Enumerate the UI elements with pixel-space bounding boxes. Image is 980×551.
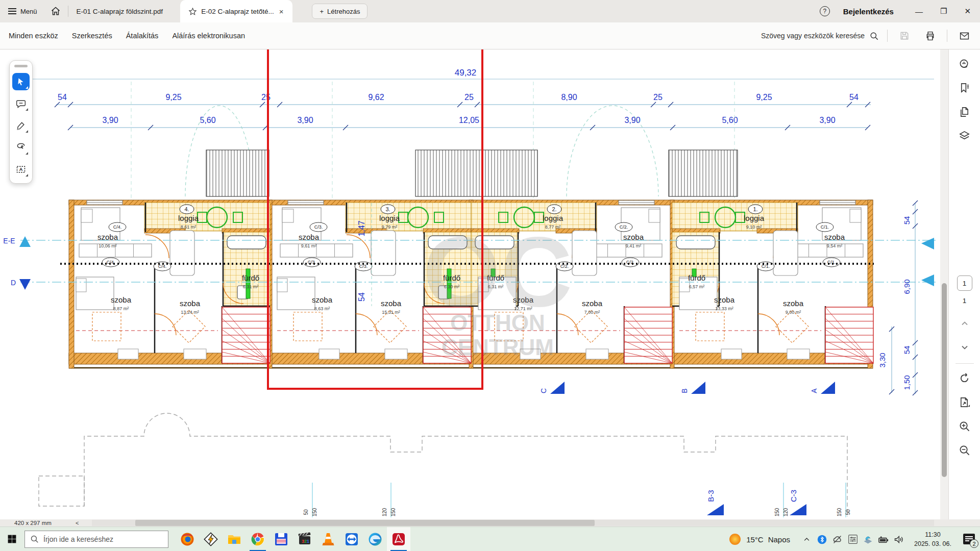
svg-text:54: 54 [902, 346, 911, 355]
taskbar-teamviewer-icon[interactable] [340, 527, 363, 551]
svg-text:49,32: 49,32 [455, 68, 477, 78]
drag-handle[interactable] [14, 65, 28, 67]
weather-widget[interactable]: 15°C Napos [721, 533, 797, 546]
svg-text:120: 120 [783, 508, 789, 516]
svg-text:B-3: B-3 [706, 490, 715, 502]
svg-text:3,90: 3,90 [297, 116, 313, 124]
horizontal-scrollbar-thumb[interactable] [135, 520, 595, 526]
close-button[interactable]: ✕ [964, 7, 971, 16]
svg-text:8,90: 8,90 [561, 93, 577, 102]
svg-text:9,25: 9,25 [756, 93, 772, 102]
vertical-scrollbar[interactable] [940, 49, 948, 519]
svg-text:A: A [810, 388, 818, 393]
draw-tool[interactable] [12, 117, 30, 134]
floorplan-drawing: 49,32549,25259,62258,90259,25543,905,603… [0, 49, 940, 519]
settings-sliders-icon[interactable] [846, 527, 859, 551]
next-page-button[interactable] [955, 338, 974, 357]
svg-text:25: 25 [464, 93, 474, 102]
search-tools[interactable]: Szöveg vagy eszközök keresése [761, 31, 879, 41]
tab-e01-foldszint[interactable]: E-01 C-alaprajz földszint.pdf [68, 0, 172, 22]
zoom-out-button[interactable] [955, 440, 974, 460]
taskbar-search-input[interactable]: Írjon ide a kereséshez [24, 531, 168, 548]
export-page-icon [959, 396, 970, 408]
print-button[interactable] [921, 27, 939, 44]
svg-text:D: D [11, 279, 16, 287]
sign-in-button[interactable]: Bejelentkezés [843, 7, 894, 16]
lasso-icon [16, 142, 26, 153]
taskbar-vlc-icon[interactable] [316, 527, 340, 551]
svg-text:9,10 m²: 9,10 m² [746, 224, 762, 230]
comment-tool[interactable] [12, 95, 30, 112]
save-icon [899, 31, 910, 41]
svg-text:150: 150 [390, 508, 396, 516]
bluetooth-icon[interactable] [816, 527, 828, 551]
select-tool[interactable] [12, 73, 30, 90]
taskbar-explorer-icon[interactable] [223, 527, 246, 551]
taskbar-edge-icon[interactable] [363, 527, 387, 551]
menu-alairas[interactable]: Aláírás elektronikusan [172, 32, 245, 40]
svg-text:C/1.: C/1. [821, 224, 829, 230]
svg-text:54: 54 [58, 93, 67, 102]
collapse-arrow[interactable]: < [76, 519, 79, 527]
volume-icon[interactable] [892, 527, 905, 551]
menu-minden-eszkoz[interactable]: Minden eszköz [9, 32, 58, 40]
layers-panel-button[interactable] [955, 126, 974, 145]
zoom-in-button[interactable] [955, 416, 974, 436]
save-button[interactable] [896, 27, 913, 44]
battery-icon[interactable] [877, 527, 890, 551]
previous-page-button[interactable] [955, 314, 974, 333]
horizontal-scrollbar[interactable] [92, 520, 934, 526]
svg-text:3.: 3. [385, 206, 390, 212]
taskbar-mpc-icon[interactable]: 321 [293, 527, 316, 551]
home-button[interactable] [43, 0, 68, 22]
export-page-button[interactable] [955, 392, 974, 412]
taskbar-winamp-icon[interactable] [199, 527, 223, 551]
menu-atalakitas[interactable]: Átalakítás [126, 32, 159, 40]
taskbar-firefox-icon[interactable] [176, 527, 199, 551]
restore-button[interactable]: ❐ [940, 7, 947, 16]
svg-text:9,54 m²: 9,54 m² [827, 243, 843, 248]
svg-text:150: 150 [837, 508, 842, 516]
clock-date: 2025. 03. 06. [914, 539, 951, 548]
taskbar-acrobat-icon[interactable] [387, 527, 410, 551]
app-menu-button[interactable]: Menü [0, 0, 43, 22]
home-icon [51, 6, 61, 16]
menu-szerkesztes[interactable]: Szerkesztés [72, 32, 112, 40]
tab-label: E-02 C-alaprajz tetőté... [201, 8, 274, 15]
page-number-input[interactable]: 1 [957, 276, 972, 291]
tab-e02-tetoter[interactable]: E-02 C-alaprajz tetőté... × [180, 0, 292, 22]
rotate-page-button[interactable] [955, 368, 974, 388]
scanner-utility-icon[interactable] [862, 527, 874, 551]
tab-close-icon[interactable]: × [278, 7, 285, 16]
divider [887, 30, 888, 42]
page-thumbnails-button[interactable] [955, 102, 974, 121]
taskbar-chrome-icon[interactable] [246, 527, 270, 551]
svg-text:150: 150 [774, 508, 780, 516]
svg-text:E-E: E-E [3, 237, 15, 245]
rotate-icon [959, 372, 970, 384]
star-icon[interactable] [188, 7, 197, 16]
document-canvas[interactable]: 49,32549,25259,62258,90259,25543,905,603… [0, 49, 940, 519]
vertical-scrollbar-thumb[interactable] [942, 283, 947, 477]
text-box-tool[interactable]: A [12, 161, 30, 178]
tray-expand-chevron-icon[interactable] [800, 527, 813, 551]
svg-text:loggia: loggia [744, 214, 765, 222]
create-button[interactable]: + Létrehozás [312, 4, 368, 19]
help-button[interactable]: ? [820, 6, 830, 16]
right-panel-rail: 1 1 [948, 49, 980, 519]
toolbar: Minden eszköz Szerkesztés Átalakítás Alá… [0, 22, 980, 49]
minimize-button[interactable]: — [915, 7, 923, 16]
taskbar-totalcommander-icon[interactable] [270, 527, 293, 551]
lasso-tool[interactable] [12, 139, 30, 156]
onedrive-offline-icon[interactable] [831, 527, 844, 551]
bookmarks-panel-button[interactable] [955, 78, 974, 97]
taskbar-clock[interactable]: 11:30 2025. 03. 06. [908, 530, 958, 548]
chevron-up-icon [960, 318, 970, 329]
svg-text:1: 1 [307, 539, 309, 544]
email-button[interactable] [955, 27, 973, 44]
svg-text:C/2.: C/2. [620, 224, 628, 230]
start-button[interactable] [0, 527, 23, 551]
comments-panel-button[interactable] [955, 54, 974, 73]
svg-text:9,41 m²: 9,41 m² [626, 243, 642, 248]
notification-center-button[interactable]: 2 [958, 527, 980, 551]
